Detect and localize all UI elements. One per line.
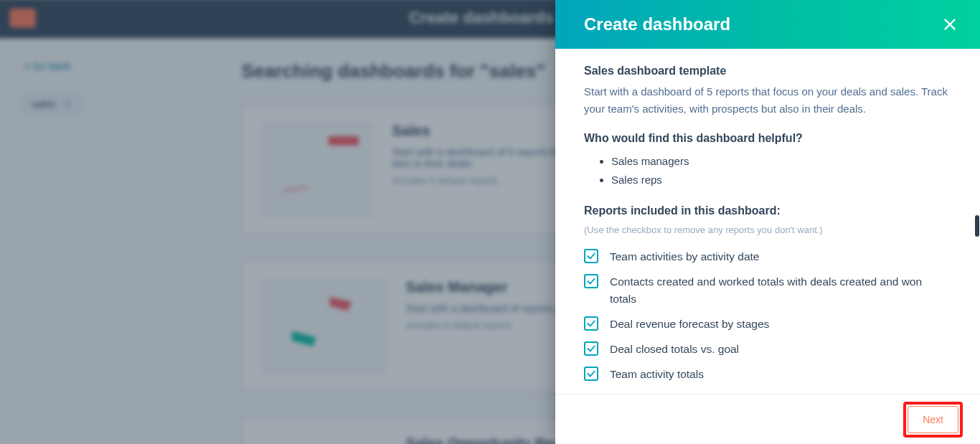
report-label: Deal revenue forecast by stages (610, 316, 769, 332)
who-item: Sales reps (611, 171, 951, 189)
close-button[interactable] (940, 14, 960, 34)
next-button[interactable]: Next (908, 406, 958, 433)
who-item: Sales managers (611, 152, 951, 171)
report-checkbox[interactable] (584, 249, 598, 263)
reports-list: Team activities by activity dateContacts… (584, 248, 951, 383)
report-checkbox[interactable] (584, 367, 598, 381)
report-checkbox[interactable] (584, 341, 598, 356)
report-label: Team activities by activity date (610, 248, 759, 265)
report-row: Deal closed totals vs. goal (584, 341, 951, 357)
panel-title: Create dashboard (584, 14, 730, 34)
report-checkbox[interactable] (584, 274, 598, 288)
report-label: Deal closed totals vs. goal (610, 341, 739, 357)
report-row: Team activities by activity date (584, 248, 951, 265)
report-row: Contacts created and worked totals with … (584, 273, 951, 307)
report-label: Contacts created and worked totals with … (610, 273, 951, 307)
template-description: Start with a dashboard of 5 reports that… (584, 83, 951, 118)
create-dashboard-panel: Create dashboard Sales dashboard templat… (555, 0, 980, 444)
who-helpful-heading: Who would find this dashboard helpful? (584, 132, 951, 145)
report-checkbox[interactable] (584, 316, 598, 331)
report-label: Team activity totals (610, 366, 704, 382)
who-helpful-list: Sales managers Sales reps (584, 152, 951, 189)
next-button-highlight: Next (905, 403, 961, 436)
reports-heading: Reports included in this dashboard: (584, 204, 951, 217)
report-row: Team activity totals (584, 366, 951, 382)
report-row: Deal revenue forecast by stages (584, 316, 951, 332)
template-title: Sales dashboard template (584, 65, 951, 77)
panel-body[interactable]: Sales dashboard template Start with a da… (555, 49, 980, 394)
reports-hint: (Use the checkbox to remove any reports … (584, 225, 951, 235)
panel-header: Create dashboard (555, 0, 980, 49)
close-icon (942, 16, 958, 32)
panel-footer: Next (555, 394, 980, 444)
